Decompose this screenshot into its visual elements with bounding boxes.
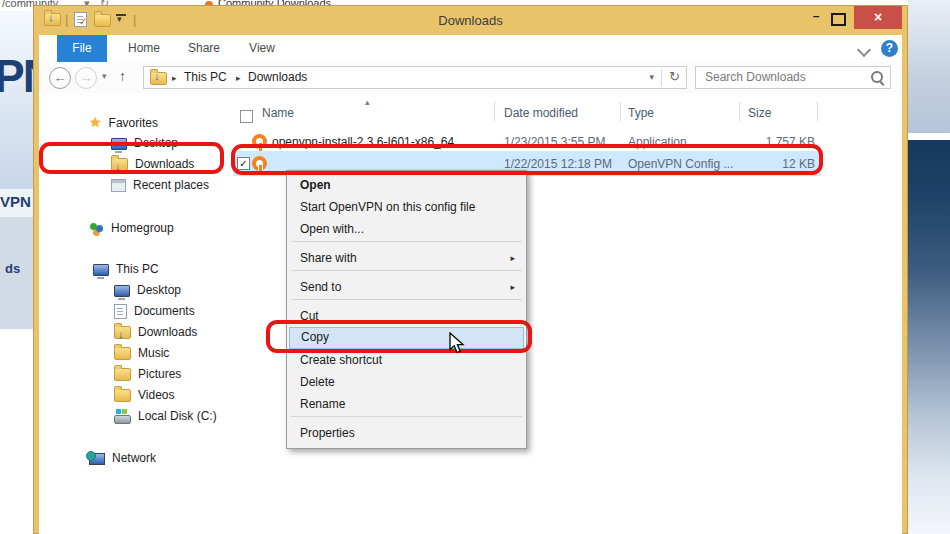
music-folder-icon — [114, 347, 131, 360]
sidebar-item-pc-videos[interactable]: Videos — [114, 385, 174, 406]
videos-folder-icon — [114, 389, 131, 402]
downloads-folder-icon: ↓ — [114, 326, 131, 339]
menu-item-send-to[interactable]: Send to▸ — [289, 276, 524, 298]
background-logo-text: PN — [0, 49, 33, 103]
sidebar-item-recent-places[interactable]: Recent places — [111, 175, 209, 196]
column-divider[interactable] — [739, 102, 740, 121]
recent-places-icon — [111, 179, 126, 192]
column-divider[interactable] — [494, 102, 495, 121]
sidebar-group-label: Favorites — [109, 116, 158, 130]
column-header-name[interactable]: Name — [262, 106, 294, 120]
address-dropdown-icon[interactable]: ▾ — [649, 72, 654, 82]
menu-separator — [291, 241, 522, 242]
maximize-button[interactable] — [831, 13, 846, 26]
breadcrumb-arrow-icon-2: ▸ — [236, 73, 241, 83]
column-header-size[interactable]: Size — [748, 106, 771, 120]
ribbon-collapse-icon[interactable] — [857, 43, 871, 57]
address-divider — [661, 69, 662, 86]
desktop-icon — [114, 285, 130, 297]
sidebar-item-pc-pictures[interactable]: Pictures — [114, 364, 181, 385]
background-nav: VPN S — [0, 189, 33, 218]
breadcrumb[interactable]: ↓ ▸ This PC ▸ Downloads ▾ ↻ — [143, 66, 687, 89]
sidebar-group-label: This PC — [116, 262, 159, 276]
sort-ascending-icon[interactable]: ▴ — [365, 97, 370, 107]
breadcrumb-this-pc[interactable]: This PC — [184, 70, 227, 84]
back-button[interactable]: ← — [49, 67, 71, 89]
select-all-checkbox[interactable] — [240, 110, 253, 123]
sidebar-item-label: Music — [138, 346, 169, 360]
sidebar-item-pc-documents[interactable]: Documents — [114, 301, 195, 322]
column-divider[interactable] — [817, 102, 818, 121]
sidebar-item-label: Local Disk (C:) — [138, 409, 217, 423]
tab-view[interactable]: View — [237, 35, 287, 62]
search-icon[interactable] — [871, 71, 883, 83]
search-box[interactable] — [695, 66, 891, 89]
breadcrumb-folder-icon: ↓ — [150, 71, 167, 85]
titlebar: ↓ | ✓ ▾ | Downloads – × — [34, 6, 907, 35]
refresh-icon[interactable]: ↻ — [669, 69, 680, 84]
annotation-box-selected-file — [231, 144, 823, 175]
menu-item-properties[interactable]: Properties — [289, 422, 524, 444]
this-pc-icon — [93, 264, 109, 276]
column-header-date-modified[interactable]: Date modified — [504, 106, 578, 120]
sidebar-group-this-pc[interactable]: This PC — [93, 259, 159, 280]
column-divider[interactable] — [620, 102, 621, 121]
sidebar-group-network[interactable]: Network — [89, 448, 156, 469]
menu-item-open-with[interactable]: Open with... — [289, 218, 524, 240]
sidebar-group-homegroup[interactable]: Homegroup — [89, 218, 174, 239]
sidebar-group-favorites[interactable]: ★Favorites — [89, 112, 158, 133]
sidebar-group-label: Homegroup — [111, 221, 174, 235]
sidebar-item-label: Recent places — [133, 178, 209, 192]
background-panel: ds — [0, 217, 33, 329]
sidebar-item-pc-local-disk[interactable]: Local Disk (C:) — [114, 406, 217, 427]
sidebar-item-label: Documents — [134, 304, 195, 318]
minimize-button[interactable]: – — [806, 9, 826, 27]
tab-file[interactable]: File — [57, 35, 107, 62]
search-input[interactable] — [703, 69, 857, 85]
sidebar-item-label: Desktop — [137, 283, 181, 297]
pictures-folder-icon — [114, 368, 131, 381]
tab-home[interactable]: Home — [117, 35, 171, 62]
sidebar-item-pc-music[interactable]: Music — [114, 343, 169, 364]
menu-item-label: Share with — [300, 251, 357, 265]
window-title: Downloads — [34, 13, 907, 28]
sidebar-group-label: Network — [112, 451, 156, 465]
up-button[interactable]: ↑ — [119, 68, 126, 84]
menu-item-start-openvpn[interactable]: Start OpenVPN on this config file — [289, 196, 524, 218]
close-button[interactable]: × — [854, 6, 902, 29]
background-panel-text: ds — [5, 261, 20, 276]
menu-item-share-with[interactable]: Share with▸ — [289, 247, 524, 269]
documents-icon — [114, 304, 127, 319]
background-right-gap — [908, 133, 950, 140]
sidebar-item-label: Pictures — [138, 367, 181, 381]
breadcrumb-downloads[interactable]: Downloads — [248, 70, 307, 84]
local-disk-icon — [114, 415, 131, 424]
menu-item-open[interactable]: Open — [289, 174, 524, 196]
recent-locations-icon[interactable]: ▾ — [102, 71, 107, 81]
column-header-type[interactable]: Type — [628, 106, 654, 120]
background-hero-image — [908, 140, 950, 534]
menu-item-label: Send to — [300, 280, 341, 294]
address-bar: ← → ▾ ↑ ↓ ▸ This PC ▸ Downloads ▾ ↻ — [39, 62, 902, 94]
sidebar-item-pc-desktop[interactable]: Desktop — [114, 280, 181, 301]
background-right-top — [908, 0, 950, 133]
ribbon-tab-row: File Home Share View ? — [39, 35, 902, 63]
screen: /community ▾ ↻ Community Downloads PN VP… — [0, 0, 950, 534]
submenu-arrow-icon: ▸ — [510, 276, 515, 298]
menu-item-delete[interactable]: Delete — [289, 371, 524, 393]
background-logo: PN — [0, 11, 33, 189]
menu-separator — [291, 299, 522, 300]
mouse-cursor — [449, 332, 466, 359]
context-menu: Open Start OpenVPN on this config file O… — [286, 170, 527, 449]
annotation-box-copy — [266, 320, 532, 353]
sidebar-item-label: Videos — [138, 388, 174, 402]
sidebar-item-label: Downloads — [138, 325, 197, 339]
help-button[interactable]: ? — [881, 40, 898, 57]
sidebar-item-pc-downloads[interactable]: ↓Downloads — [114, 322, 197, 343]
forward-button[interactable]: → — [75, 67, 97, 89]
tab-share[interactable]: Share — [177, 35, 231, 62]
menu-item-rename[interactable]: Rename — [289, 393, 524, 415]
homegroup-icon — [89, 222, 104, 235]
background-nav-text: VPN S — [0, 193, 33, 210]
menu-separator — [291, 270, 522, 271]
